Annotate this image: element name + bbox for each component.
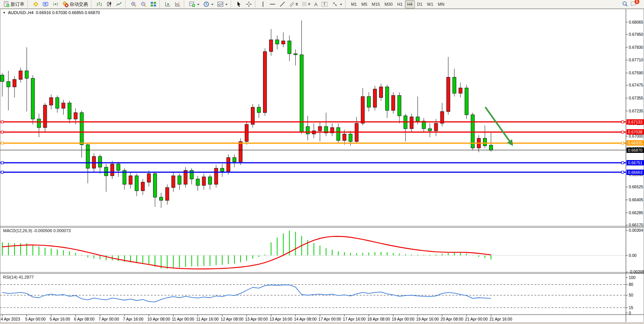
fibonacci-tool-button[interactable]: F: [300, 0, 312, 9]
separator: [125, 1, 128, 8]
frame-and-axis-layer: [0, 9, 644, 322]
trendline-tool-button[interactable]: [277, 0, 287, 9]
candles-layer: [1, 21, 493, 208]
bear-candle: [294, 54, 297, 55]
bull-candle: [446, 77, 450, 112]
new-order-label: 新订单: [11, 1, 24, 8]
market-watch-button[interactable]: [31, 0, 41, 9]
chart-shift-icon: [175, 1, 181, 7]
bear-candle: [208, 177, 212, 184]
bull-candle: [43, 105, 47, 128]
chart-shift-button[interactable]: [173, 0, 183, 9]
line-handle[interactable]: [622, 162, 624, 164]
hline-tool-button[interactable]: [268, 0, 277, 9]
bull-candle: [343, 134, 346, 141]
macd-signal-line: [2, 236, 491, 269]
fibo-letter: F: [308, 2, 311, 6]
bear-candle: [386, 87, 389, 111]
templates-button[interactable]: [215, 0, 230, 9]
auto-trading-button[interactable]: 自动交易: [61, 0, 90, 9]
bar-chart-button[interactable]: [94, 0, 104, 9]
timeframe-m5[interactable]: M5: [359, 0, 369, 8]
line-handle[interactable]: [622, 142, 624, 144]
dropdown-caret[interactable]: [225, 4, 228, 6]
separator: [231, 1, 233, 8]
timeframe-m15[interactable]: M15: [370, 0, 382, 8]
line-handle[interactable]: [622, 131, 624, 133]
arrow-annotation-layer[interactable]: [485, 107, 513, 146]
line-chart-icon: [116, 1, 122, 7]
crosshair-tool-button[interactable]: [244, 0, 254, 9]
new-order-button[interactable]: 新订单: [2, 0, 26, 9]
macd-indicator-label: MACD(12,26,9) -0.000506 0.000073: [3, 228, 71, 233]
toolbar: 新订单 自动交易: [0, 0, 644, 9]
rsi-value: 41.2877: [19, 275, 34, 279]
bear-candle: [159, 197, 163, 200]
terminal-button[interactable]: [41, 0, 51, 9]
rsi-line: [2, 285, 491, 302]
timeframe-mn[interactable]: MN: [435, 0, 446, 8]
bull-candle: [269, 40, 273, 51]
notifications-button[interactable]: 1: [630, 1, 637, 8]
line-chart-button[interactable]: [114, 0, 124, 9]
line-handle[interactable]: [622, 171, 624, 173]
down-arrow-shaft[interactable]: [485, 107, 510, 141]
text-tool-icon: A: [314, 2, 318, 7]
timeframe-h4[interactable]: H4: [405, 0, 415, 8]
indicators-add-icon: [189, 1, 195, 7]
line-handle[interactable]: [1, 171, 3, 173]
zoom-in-button[interactable]: [129, 0, 139, 9]
line-handle[interactable]: [1, 162, 3, 164]
bear-candle: [25, 71, 29, 79]
dropdown-caret[interactable]: [197, 4, 199, 6]
indicators-button[interactable]: [187, 0, 201, 9]
down-arrow-head[interactable]: [507, 139, 513, 146]
search-button[interactable]: [620, 0, 630, 9]
separator: [184, 1, 186, 8]
terminal-icon: [43, 1, 49, 7]
crosshair-icon: [246, 1, 252, 7]
timeframe-d1[interactable]: D1: [415, 0, 425, 8]
timeframe-m30[interactable]: M30: [382, 0, 395, 8]
auto-trading-icon: [62, 1, 69, 7]
template-icon: [217, 1, 223, 7]
text-tool-button[interactable]: A: [312, 0, 320, 9]
timeframe-w1[interactable]: W1: [425, 0, 436, 8]
bear-candle: [306, 127, 309, 134]
channel-tool-button[interactable]: E: [287, 0, 300, 9]
auto-trading-label: 自动交易: [70, 1, 88, 8]
dropdown-caret[interactable]: [340, 4, 342, 6]
timeframe-h1[interactable]: H1: [395, 0, 405, 8]
periods-button[interactable]: [201, 0, 215, 9]
label-tool-button[interactable]: T: [319, 0, 330, 9]
signals-button[interactable]: [51, 0, 61, 9]
bull-candle: [373, 89, 377, 107]
bull-candle: [147, 174, 151, 183]
arrows-tool-button[interactable]: [330, 0, 344, 9]
line-handle[interactable]: [622, 121, 624, 123]
zoom-out-button[interactable]: [139, 0, 148, 9]
line-handle[interactable]: [1, 131, 3, 133]
symbol-dropdown-icon[interactable]: ▼: [3, 11, 6, 14]
horizontal-line-icon: [269, 1, 276, 7]
tile-windows-icon: [150, 1, 156, 7]
chart-canvas[interactable]: [0, 0, 644, 324]
cursor-tool-button[interactable]: [234, 0, 244, 9]
bull-candle: [459, 88, 462, 93]
bull-candle: [166, 188, 169, 200]
candlestick-chart-button[interactable]: [104, 0, 114, 9]
auto-scroll-button[interactable]: [163, 0, 173, 9]
zoom-in-icon: [131, 1, 137, 7]
search-icon: [622, 1, 628, 8]
line-handle[interactable]: [1, 121, 3, 123]
vline-tool-button[interactable]: [258, 0, 268, 9]
bear-candle: [257, 107, 261, 112]
dropdown-caret[interactable]: [211, 4, 214, 6]
candlestick-icon: [106, 1, 112, 7]
window-bottom-border: [0, 322, 644, 324]
line-handle[interactable]: [1, 142, 3, 144]
auto-scroll-icon: [165, 1, 171, 7]
tile-windows-button[interactable]: [148, 0, 158, 9]
bull-candle: [379, 87, 383, 98]
timeframe-m1[interactable]: M1: [349, 0, 359, 8]
